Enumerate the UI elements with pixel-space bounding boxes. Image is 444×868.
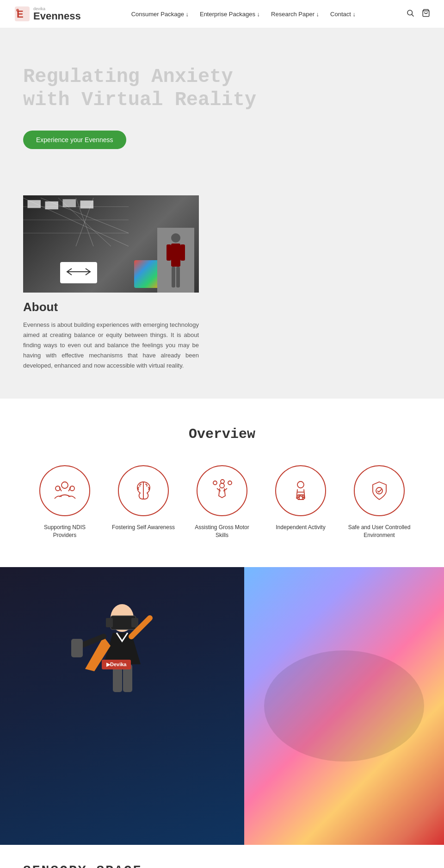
- overview-title: Overview: [18, 426, 426, 442]
- nav-consumer-package[interactable]: Consumer Package ↓: [131, 11, 189, 18]
- overview-item-self-awareness: Fostering Self Awareness: [111, 465, 176, 539]
- navbar: E devika Evenness Consumer Package ↓ Ent…: [0, 0, 444, 28]
- safe-circle: [354, 465, 405, 516]
- svg-rect-16: [63, 199, 76, 207]
- ndis-circle: [39, 465, 90, 516]
- cart-icon: [422, 9, 430, 17]
- svg-point-3: [407, 10, 413, 15]
- hero-title: Regulating Anxiety with Virtual Reality: [23, 65, 282, 112]
- independent-circle: [275, 465, 326, 516]
- about-section: About Evenness is about building experie…: [0, 195, 444, 399]
- sign-graphic: [65, 265, 92, 279]
- brand-name: Evenness: [33, 11, 81, 21]
- ceiling-graphic: [23, 195, 129, 249]
- cart-button[interactable]: [422, 9, 430, 19]
- svg-point-36: [228, 481, 232, 485]
- svg-point-34: [213, 481, 217, 485]
- svg-line-32: [217, 488, 221, 491]
- hero-cta-button[interactable]: Experience your Evenness: [23, 131, 126, 149]
- sensory-title: SENSORY SPACE: [23, 863, 421, 868]
- self-awareness-label: Fostering Self Awareness: [112, 524, 175, 531]
- brain-icon: [131, 478, 156, 504]
- svg-point-19: [171, 233, 180, 243]
- svg-line-33: [223, 488, 227, 491]
- svg-rect-14: [28, 200, 41, 208]
- about-text: Evenness is about building experiences w…: [23, 320, 199, 371]
- svg-point-37: [297, 481, 304, 488]
- logo[interactable]: E devika Evenness: [14, 6, 81, 22]
- sensory-section: SENSORY SPACE The Evenness Sensory Space…: [0, 845, 444, 868]
- vr-image-section: ▶Devika: [0, 567, 444, 845]
- svg-rect-15: [45, 201, 59, 209]
- juggle-icon: [210, 478, 235, 504]
- ndis-label: Supporting NDIS Providers: [32, 524, 97, 539]
- overview-item-independent: Independent Activity: [268, 465, 333, 539]
- people-icon: [52, 478, 78, 504]
- svg-rect-46: [131, 618, 138, 627]
- svg-rect-23: [172, 267, 175, 287]
- svg-rect-47: [71, 639, 83, 657]
- nav-research-paper[interactable]: Research Paper ↓: [271, 11, 319, 18]
- hero-section: Regulating Anxiety with Virtual Reality …: [0, 28, 444, 195]
- about-title: About: [23, 300, 421, 314]
- about-image: [23, 195, 199, 293]
- search-button[interactable]: [406, 9, 414, 19]
- nav-contact[interactable]: Contact ↓: [330, 11, 356, 18]
- svg-point-42: [376, 487, 382, 494]
- motor-circle: [197, 465, 247, 516]
- motor-label: Assisting Gross Motor Skills: [190, 524, 254, 539]
- self-awareness-circle: [118, 465, 169, 516]
- svg-rect-45: [106, 618, 113, 627]
- vr-scene-graphic: [48, 590, 196, 822]
- svg-rect-24: [176, 267, 180, 287]
- overview-item-ndis: Supporting NDIS Providers: [32, 465, 97, 539]
- overview-item-motor: Assisting Gross Motor Skills: [190, 465, 254, 539]
- overview-items: Supporting NDIS Providers Fostering Self…: [18, 465, 426, 539]
- independent-label: Independent Activity: [276, 524, 325, 531]
- svg-rect-17: [80, 200, 94, 208]
- safe-label: Safe and User Controlled Environment: [347, 524, 412, 539]
- search-icon: [406, 9, 414, 17]
- person-icon: [288, 478, 314, 504]
- devika-label: ▶Devika: [106, 662, 126, 667]
- shield-icon: [367, 478, 392, 504]
- svg-point-2: [16, 9, 19, 12]
- nav-links: Consumer Package ↓ Enterprise Packages ↓…: [131, 11, 356, 18]
- svg-rect-20: [171, 244, 180, 267]
- nav-enterprise-packages[interactable]: Enterprise Packages ↓: [200, 11, 260, 18]
- svg-point-35: [221, 480, 224, 483]
- nav-actions: [406, 9, 430, 19]
- overview-item-safe: Safe and User Controlled Environment: [347, 465, 412, 539]
- svg-point-31: [220, 483, 224, 488]
- svg-rect-22: [180, 244, 185, 261]
- overview-section: Overview Supporting NDIS Providers: [0, 399, 444, 567]
- svg-rect-21: [166, 244, 171, 261]
- person-silhouette: [164, 232, 187, 293]
- svg-line-4: [412, 14, 413, 16]
- svg-point-25: [62, 482, 68, 488]
- logo-icon: E: [14, 6, 31, 22]
